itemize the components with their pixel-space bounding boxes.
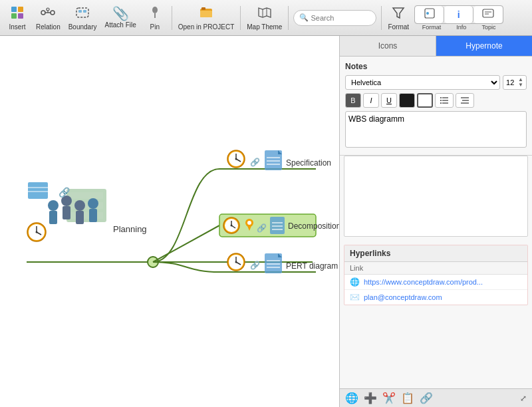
canvas[interactable]: 🔗 Planning 🔗 Specification [0, 36, 339, 407]
svg-rect-27 [70, 192, 103, 199]
insert-label: Insert [9, 23, 25, 31]
boundary-label: Boundary [68, 23, 97, 31]
tab-icons[interactable]: Icons [340, 36, 436, 56]
svg-text:PERT diagram: PERT diagram [286, 261, 338, 271]
svg-rect-0 [11, 7, 17, 12]
svg-point-4 [41, 11, 45, 15]
svg-point-22 [426, 12, 429, 15]
topic-button[interactable] [473, 6, 503, 23]
copy-bottom-icon[interactable]: 📋 [401, 392, 414, 404]
svg-text:Decomposition: Decomposition [288, 221, 339, 231]
relation-label: Relation [36, 23, 61, 31]
pin-button[interactable]: Pin [140, 3, 170, 33]
border-button[interactable] [417, 93, 433, 108]
svg-rect-33 [63, 206, 70, 219]
svg-rect-31 [49, 211, 57, 224]
svg-rect-3 [18, 13, 23, 19]
italic-button[interactable]: I [363, 93, 379, 108]
notes-empty-space [344, 156, 528, 237]
map-theme-icon [257, 5, 272, 22]
expand-bottom-icon[interactable]: ⤢ [520, 394, 527, 403]
topic-label: Topic [481, 24, 495, 31]
hyperlinks-header: Hyperlinks [344, 245, 527, 262]
separator-1 [172, 6, 172, 30]
underline-button[interactable]: U [381, 93, 397, 108]
svg-point-97 [440, 97, 442, 98]
font-select[interactable]: Helvetica [345, 75, 500, 90]
main-area: 🔗 Planning 🔗 Specification [0, 36, 532, 407]
insert-button[interactable]: Insert [3, 3, 32, 33]
topic-icon [482, 7, 494, 21]
hyperlinks-row-1[interactable]: 🌐 https://www.conceptdraw.com/prod... [344, 275, 527, 290]
open-project-button[interactable]: Open in PROJECT [174, 3, 238, 33]
format-label: Format [422, 24, 442, 31]
info-button[interactable]: i [444, 6, 473, 23]
toolbar: Insert Relation Boundary 📎 Attach File P… [0, 0, 532, 36]
attach-file-button[interactable]: 📎 Attach File [101, 3, 140, 33]
search-icon: 🔍 [299, 13, 309, 22]
color-button[interactable] [399, 93, 415, 108]
svg-rect-35 [76, 211, 84, 224]
tab-hypernote[interactable]: Hypernote [436, 36, 532, 56]
attach-icon: 📎 [112, 7, 129, 20]
separator-2 [240, 6, 241, 30]
font-size-stepper[interactable]: ▲ ▼ [518, 77, 523, 88]
panel-bottom-icons: 🌐 ➕ ✂️ 📋 🔗 [345, 392, 433, 404]
svg-point-12 [152, 7, 158, 13]
svg-point-73 [247, 221, 251, 225]
notes-label: Notes [345, 62, 527, 71]
boundary-button[interactable]: Boundary [65, 3, 101, 33]
svg-text:🔗: 🔗 [257, 223, 267, 233]
svg-rect-15 [200, 11, 212, 17]
svg-rect-10 [78, 10, 82, 13]
search-input[interactable] [311, 14, 370, 22]
separator-3 [288, 6, 289, 30]
svg-point-7 [47, 8, 49, 11]
map-theme-label: Map Theme [247, 23, 282, 31]
map-theme-button[interactable]: Map Theme [243, 3, 286, 33]
right-panel: Icons Hypernote Notes Helvetica 12 ▲ ▼ [339, 36, 532, 407]
svg-rect-2 [11, 13, 17, 19]
list-bullet-button[interactable] [435, 93, 454, 108]
svg-rect-9 [76, 8, 88, 17]
info-icon: i [458, 9, 460, 20]
svg-point-98 [440, 100, 442, 101]
svg-point-99 [440, 102, 442, 104]
hyperlink-url: https://www.conceptdraw.com/prod... [364, 278, 483, 286]
svg-point-30 [48, 200, 59, 211]
web-bottom-icon[interactable]: 🌐 [345, 392, 358, 404]
web-link-icon: 🌐 [350, 277, 360, 287]
list-align-button[interactable] [456, 93, 474, 108]
svg-point-5 [51, 11, 55, 15]
filter-label: Format [388, 23, 409, 31]
svg-rect-1 [18, 7, 23, 12]
separator-4 [381, 6, 382, 30]
font-size-value: 12 [506, 78, 517, 86]
panel-tabs: Icons Hypernote [340, 36, 532, 57]
relation-button[interactable]: Relation [32, 3, 65, 33]
notes-section: Notes Helvetica 12 ▲ ▼ B I U [340, 57, 532, 156]
add-bottom-icon[interactable]: ➕ [364, 392, 377, 404]
cut-bottom-icon[interactable]: ✂️ [382, 392, 396, 404]
svg-rect-23 [483, 9, 493, 17]
svg-point-55 [235, 158, 237, 160]
boundary-icon [75, 5, 90, 22]
format-button[interactable] [415, 6, 444, 23]
notes-textarea[interactable]: WBS diagramm [345, 111, 527, 148]
svg-point-70 [231, 225, 233, 227]
svg-rect-11 [83, 10, 86, 13]
svg-rect-37 [89, 209, 97, 222]
svg-line-63 [153, 225, 219, 262]
svg-rect-13 [154, 13, 156, 18]
svg-rect-75 [270, 217, 285, 234]
link-bottom-icon[interactable]: 🔗 [420, 392, 433, 404]
email-link-icon: ✉️ [350, 293, 360, 302]
hyperlinks-row-2[interactable]: ✉️ plan@conceptdraw.com [344, 290, 527, 305]
bold-button[interactable]: B [345, 93, 361, 108]
filter-button[interactable]: Format [384, 3, 413, 33]
svg-text:🔗: 🔗 [250, 260, 260, 270]
panel-bottom: 🌐 ➕ ✂️ 📋 🔗 ⤢ [340, 388, 532, 407]
relation-icon [41, 5, 55, 22]
svg-marker-17 [259, 8, 271, 17]
open-project-label: Open in PROJECT [178, 23, 234, 31]
